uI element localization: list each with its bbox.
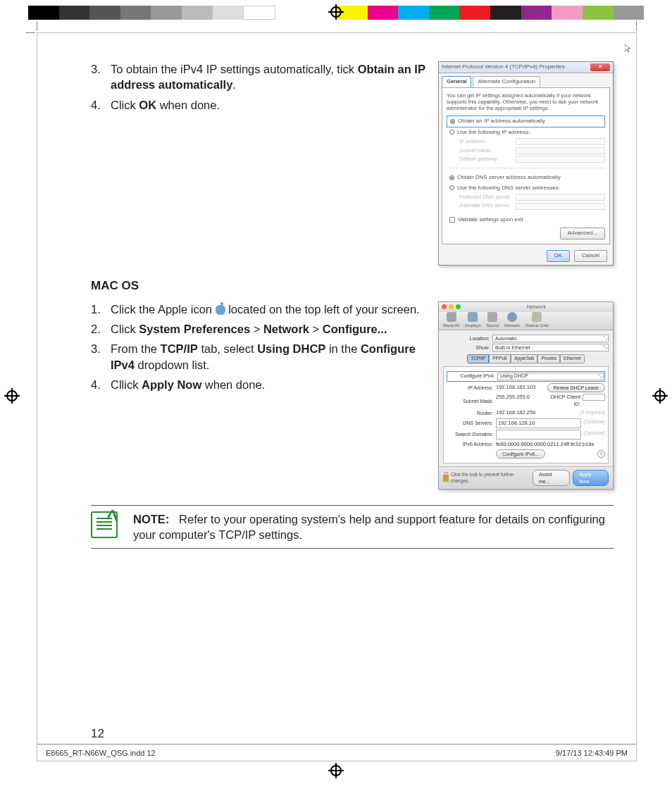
print-slug-line: E8665_RT-N66W_QSG.indd 12 9/17/13 12:43:…: [37, 744, 636, 761]
mac-network-window: Network Show All Displays Sound Network …: [438, 301, 614, 490]
note-icon: [91, 511, 118, 538]
registration-mark-icon: [328, 4, 344, 20]
subnet-mask-field[interactable]: [516, 147, 605, 154]
dns-servers-field[interactable]: 192.168.128.10: [496, 418, 581, 428]
tab-proxies[interactable]: Proxies: [537, 354, 560, 363]
list-item: 4.Cllick Apply Now when done.: [91, 377, 428, 392]
page-frame: 3.To obtain the iPv4 IP settings automat…: [37, 32, 637, 761]
slug-timestamp: 9/17/13 12:43:49 PM: [556, 749, 628, 757]
help-icon[interactable]: ?: [597, 450, 605, 458]
mac-titlebar: Network: [439, 302, 613, 312]
tab-tcpip[interactable]: TCP/IP: [467, 354, 489, 363]
crop-mark: [636, 21, 637, 31]
ip-address-field[interactable]: [516, 138, 605, 145]
page-content: 3.To obtain the iPv4 IP settings automat…: [91, 61, 614, 549]
apply-now-button[interactable]: Apply Now: [573, 470, 609, 486]
alternate-dns-field[interactable]: [516, 203, 605, 210]
list-item: 2.Click System Preferences > Network > C…: [91, 321, 428, 337]
note-callout: NOTE: Refer to your operating system's h…: [91, 505, 614, 549]
apple-icon: [216, 305, 225, 315]
macos-step-list: 1.Click the Apple icon located on the to…: [91, 301, 428, 392]
tab-alternate[interactable]: Alternate Configuration: [473, 76, 540, 87]
cursor-icon: [625, 44, 632, 53]
dialog-title: Internet Protocol Version 4 (TCP/IPv4) P…: [442, 63, 565, 71]
advanced-button[interactable]: Advanced...: [560, 228, 605, 239]
toolbar-item-showall[interactable]: Show All: [443, 312, 459, 328]
minimize-icon[interactable]: [449, 304, 454, 309]
location-select[interactable]: Automatic: [492, 335, 609, 342]
preferred-dns-field[interactable]: [516, 194, 605, 201]
windows-step-list: 3.To obtain the iPv4 IP settings automat…: [91, 61, 428, 113]
toolbar-item-startup[interactable]: Startup Disk: [525, 312, 549, 328]
dialog-titlebar: Internet Protocol Version 4 (TCP/IPv4) P…: [439, 62, 613, 73]
zoom-icon[interactable]: [456, 304, 461, 309]
radio-use-following-dns[interactable]: Use the following DNS server addresses:: [447, 183, 605, 194]
ok-button[interactable]: OK: [547, 250, 571, 262]
note-text: NOTE: Refer to your operating system's h…: [133, 511, 614, 543]
windows-ipv4-dialog: Internet Protocol Version 4 (TCP/IPv4) P…: [438, 61, 614, 266]
page-number: 12: [91, 727, 104, 741]
toolbar-item-displays[interactable]: Displays: [465, 312, 481, 328]
registration-mark-icon: [328, 763, 344, 778]
list-item: 4.Click OK when done.: [91, 97, 428, 113]
crop-mark: [25, 32, 35, 33]
tab-pppoe[interactable]: PPPoE: [489, 354, 511, 363]
close-icon[interactable]: [442, 304, 447, 309]
search-domains-field[interactable]: [496, 430, 581, 440]
macos-heading: MAC OS: [91, 278, 614, 294]
radio-obtain-dns-auto[interactable]: Obtain DNS server address automatically: [447, 173, 605, 183]
list-item: 1.Click the Apple icon located on the to…: [91, 301, 428, 317]
default-gateway-field[interactable]: [516, 156, 605, 163]
dhcp-client-id-field[interactable]: [583, 394, 605, 401]
show-select[interactable]: Built-in Ethernet: [492, 344, 609, 351]
radio-obtain-ip-auto[interactable]: Obtain an IP address automatically: [447, 116, 605, 127]
mac-subtabs: TCP/IP PPPoE AppleTalk Proxies Ethernet: [443, 354, 609, 363]
configure-ipv4-select[interactable]: Using DHCP: [497, 373, 604, 380]
close-icon[interactable]: ✕: [590, 63, 610, 71]
checkbox-validate-settings[interactable]: Validate settings upon exit: [447, 215, 605, 225]
slug-filename: E8665_RT-N66W_QSG.indd 12: [46, 749, 156, 757]
mac-toolbar: Show All Displays Sound Network Startup …: [439, 312, 613, 330]
tab-appletalk[interactable]: AppleTalk: [511, 354, 537, 363]
list-item: 3.From the TCP/IP tab, select Using DHCP…: [91, 341, 428, 373]
toolbar-item-network[interactable]: Network: [504, 312, 520, 328]
tab-general[interactable]: General: [442, 76, 471, 87]
assist-me-button[interactable]: Assist me...: [533, 470, 570, 486]
lock-message[interactable]: Click the lock to prevent further change…: [443, 472, 533, 485]
lock-icon: [443, 475, 449, 482]
cancel-button[interactable]: Cancel: [574, 250, 607, 262]
configure-ipv6-button[interactable]: Configure IPv6...: [496, 449, 545, 459]
list-item: 3.To obtain the iPv4 IP settings automat…: [91, 61, 428, 93]
dialog-description: You can get IP settings assigned automat…: [447, 92, 605, 111]
registration-mark-icon: [4, 388, 20, 404]
radio-use-following-ip[interactable]: Use the following IP address:: [447, 127, 605, 138]
registration-mark-icon: [652, 388, 668, 404]
crop-mark: [37, 21, 37, 31]
toolbar-item-sound[interactable]: Sound: [487, 312, 499, 328]
tab-ethernet[interactable]: Ethernet: [560, 354, 585, 363]
renew-dhcp-button[interactable]: Renew DHCP Lease: [547, 383, 605, 392]
